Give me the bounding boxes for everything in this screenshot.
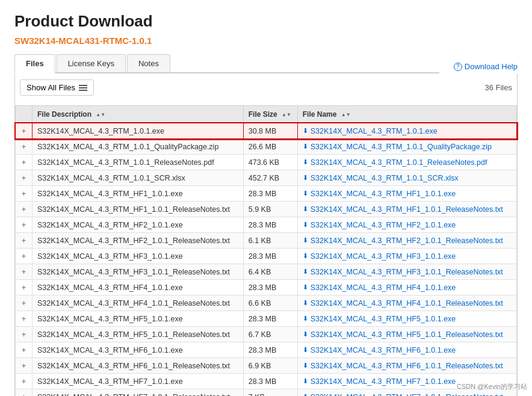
table-row: +S32K14X_MCAL_4.3_RTM_HF3_1.0.1.exe28.3 … [16, 249, 517, 264]
download-icon: ⬇ [303, 174, 308, 182]
file-download-link[interactable]: ⬇ S32K14X_MCAL_4.3_RTM_HF1_1.0.1.exe [303, 190, 512, 198]
file-size-cell: 28.3 MB [243, 217, 297, 233]
table-row: +S32K14X_MCAL_4.3_RTM_HF5_1.0.1.exe28.3 … [16, 311, 517, 327]
file-description-cell: S32K14X_MCAL_4.3_RTM_HF5_1.0.1_ReleaseNo… [32, 327, 244, 342]
download-icon: ⬇ [303, 268, 308, 276]
tab-files[interactable]: Files [14, 54, 55, 73]
file-description-cell: S32K14X_MCAL_4.3_RTM_HF1_1.0.1_ReleaseNo… [32, 202, 244, 217]
file-size-cell: 26.6 MB [243, 139, 297, 155]
download-icon: ⬇ [303, 221, 308, 229]
expand-row-icon[interactable]: + [22, 252, 26, 261]
file-description-cell: S32K14X_MCAL_4.3_RTM_HF3_1.0.1.exe [32, 249, 244, 264]
file-name-cell: ⬇ S32K14X_MCAL_4.3_RTM_HF6_1.0.1_Release… [297, 358, 516, 374]
expand-row-icon[interactable]: + [22, 189, 26, 198]
filter-icon [79, 85, 87, 91]
file-download-link[interactable]: ⬇ S32K14X_MCAL_4.3_RTM_HF4_1.0.1.exe [303, 283, 512, 292]
file-download-link[interactable]: ⬇ S32K14X_MCAL_4.3_RTM_HF5_1.0.1.exe [303, 315, 512, 323]
table-row: +S32K14X_MCAL_4.3_RTM_HF6_1.0.1_ReleaseN… [16, 358, 517, 374]
file-size-cell: 7 KB [243, 389, 297, 397]
expand-row-icon[interactable]: + [22, 236, 26, 245]
file-download-link[interactable]: ⬇ S32K14X_MCAL_4.3_RTM_HF5_1.0.1_Release… [303, 330, 512, 339]
expand-row-icon[interactable]: + [22, 314, 26, 323]
file-size-cell: 28.3 MB [243, 280, 297, 295]
file-description-cell: S32K14X_MCAL_4.3_RTM_HF3_1.0.1_ReleaseNo… [32, 264, 244, 280]
file-download-link[interactable]: ⬇ S32K14X_MCAL_4.3_RTM_HF4_1.0.1_Release… [303, 299, 512, 308]
download-icon: ⬇ [303, 252, 308, 260]
col-size[interactable]: File Size ▲▼ [243, 106, 297, 123]
show-all-files-label: Show All Files [26, 83, 75, 92]
file-name-cell: ⬇ S32K14X_MCAL_4.3_RTM_HF2_1.0.1.exe [297, 217, 516, 233]
file-size-cell: 452.7 KB [243, 170, 297, 186]
file-description-cell: S32K14X_MCAL_4.3_RTM_HF5_1.0.1.exe [32, 311, 244, 327]
download-icon: ⬇ [303, 315, 308, 323]
download-help-link[interactable]: ? Download Help [454, 62, 518, 71]
page-title: Product Download [14, 12, 518, 31]
expand-row-icon[interactable]: + [22, 283, 26, 292]
file-download-link[interactable]: ⬇ S32K14X_MCAL_4.3_RTM_HF6_1.0.1.exe [303, 346, 512, 354]
table-row: +S32K14X_MCAL_4.3_RTM_1.0.1_SCR.xlsx452.… [16, 170, 517, 186]
expand-row-icon[interactable]: + [22, 126, 26, 135]
download-icon: ⬇ [303, 362, 308, 370]
expand-row-icon[interactable]: + [22, 377, 26, 386]
sort-description-icon[interactable]: ▲▼ [96, 113, 105, 117]
col-filename[interactable]: File Name ▲▼ [297, 106, 516, 123]
download-icon: ⬇ [303, 205, 308, 213]
file-download-link[interactable]: ⬇ S32K14X_MCAL_4.3_RTM_1.0.1_SCR.xlsx [303, 174, 512, 182]
col-expand [16, 106, 32, 123]
download-icon: ⬇ [303, 377, 308, 385]
file-name-cell: ⬇ S32K14X_MCAL_4.3_RTM_1.0.1.exe [297, 123, 516, 139]
file-size-cell: 6.1 KB [243, 233, 297, 249]
expand-row-icon[interactable]: + [22, 220, 26, 229]
sort-size-icon[interactable]: ▲▼ [282, 113, 291, 117]
file-description-cell: S32K14X_MCAL_4.3_RTM_HF2_1.0.1_ReleaseNo… [32, 233, 244, 249]
file-size-cell: 28.3 MB [243, 342, 297, 358]
file-name-cell: ⬇ S32K14X_MCAL_4.3_RTM_HF1_1.0.1.exe [297, 186, 516, 202]
expand-row-icon[interactable]: + [22, 299, 26, 308]
file-description-cell: S32K14X_MCAL_4.3_RTM_HF6_1.0.1.exe [32, 342, 244, 358]
file-download-link[interactable]: ⬇ S32K14X_MCAL_4.3_RTM_1.0.1.exe [303, 127, 512, 135]
download-icon: ⬇ [303, 330, 308, 338]
expand-row-icon[interactable]: + [22, 361, 26, 370]
tab-license-keys[interactable]: License Keys [57, 54, 126, 72]
file-description-cell: S32K14X_MCAL_4.3_RTM_HF2_1.0.1.exe [32, 217, 244, 233]
file-download-link[interactable]: ⬇ S32K14X_MCAL_4.3_RTM_HF3_1.0.1.exe [303, 252, 512, 261]
file-description-cell: S32K14X_MCAL_4.3_RTM_1.0.1_SCR.xlsx [32, 170, 244, 186]
download-icon: ⬇ [303, 237, 308, 244]
expand-row-icon[interactable]: + [22, 392, 26, 396]
file-download-link[interactable]: ⬇ S32K14X_MCAL_4.3_RTM_HF3_1.0.1_Release… [303, 268, 512, 276]
file-download-link[interactable]: ⬇ S32K14X_MCAL_4.3_RTM_HF7_1.0.1_Release… [303, 393, 512, 397]
file-download-link[interactable]: ⬇ S32K14X_MCAL_4.3_RTM_HF1_1.0.1_Release… [303, 205, 512, 214]
table-row: +S32K14X_MCAL_4.3_RTM_1.0.1_QualityPacka… [16, 139, 517, 155]
sort-filename-icon[interactable]: ▲▼ [341, 113, 351, 117]
show-all-files-button[interactable]: Show All Files [20, 79, 94, 96]
file-size-cell: 6.4 KB [243, 264, 297, 280]
file-description-cell: S32K14X_MCAL_4.3_RTM_1.0.1_ReleaseNotes.… [32, 155, 244, 170]
files-table: File Description ▲▼ File Size ▲▼ File Na… [15, 105, 517, 396]
file-description-cell: S32K14X_MCAL_4.3_RTM_HF4_1.0.1.exe [32, 280, 244, 295]
table-row: +S32K14X_MCAL_4.3_RTM_HF5_1.0.1_ReleaseN… [16, 327, 517, 342]
table-row: +S32K14X_MCAL_4.3_RTM_HF7_1.0.1_ReleaseN… [16, 389, 517, 397]
file-size-cell: 6.6 KB [243, 295, 297, 311]
col-description[interactable]: File Description ▲▼ [32, 106, 244, 123]
expand-row-icon[interactable]: + [22, 267, 26, 276]
table-row: +S32K14X_MCAL_4.3_RTM_HF2_1.0.1_ReleaseN… [16, 233, 517, 249]
download-icon: ⬇ [303, 158, 308, 166]
expand-row-icon[interactable]: + [22, 205, 26, 214]
file-download-link[interactable]: ⬇ S32K14X_MCAL_4.3_RTM_HF2_1.0.1.exe [303, 221, 512, 229]
file-name-cell: ⬇ S32K14X_MCAL_4.3_RTM_HF4_1.0.1.exe [297, 280, 516, 295]
file-description-cell: S32K14X_MCAL_4.3_RTM_HF7_1.0.1.exe [32, 374, 244, 389]
tab-notes[interactable]: Notes [127, 54, 170, 72]
file-download-link[interactable]: ⬇ S32K14X_MCAL_4.3_RTM_1.0.1_QualityPack… [303, 143, 512, 151]
file-name-cell: ⬇ S32K14X_MCAL_4.3_RTM_HF3_1.0.1.exe [297, 249, 516, 264]
table-header-row: File Description ▲▼ File Size ▲▼ File Na… [16, 106, 517, 123]
expand-row-icon[interactable]: + [22, 158, 26, 167]
file-download-link[interactable]: ⬇ S32K14X_MCAL_4.3_RTM_HF2_1.0.1_Release… [303, 237, 512, 245]
expand-row-icon[interactable]: + [22, 173, 26, 182]
file-download-link[interactable]: ⬇ S32K14X_MCAL_4.3_RTM_1.0.1_ReleaseNote… [303, 158, 512, 167]
download-icon: ⬇ [303, 190, 308, 197]
expand-row-icon[interactable]: + [22, 142, 26, 151]
table-row: +S32K14X_MCAL_4.3_RTM_HF6_1.0.1.exe28.3 … [16, 342, 517, 358]
file-download-link[interactable]: ⬇ S32K14X_MCAL_4.3_RTM_HF6_1.0.1_Release… [303, 362, 512, 370]
expand-row-icon[interactable]: + [22, 345, 26, 354]
expand-row-icon[interactable]: + [22, 330, 26, 339]
